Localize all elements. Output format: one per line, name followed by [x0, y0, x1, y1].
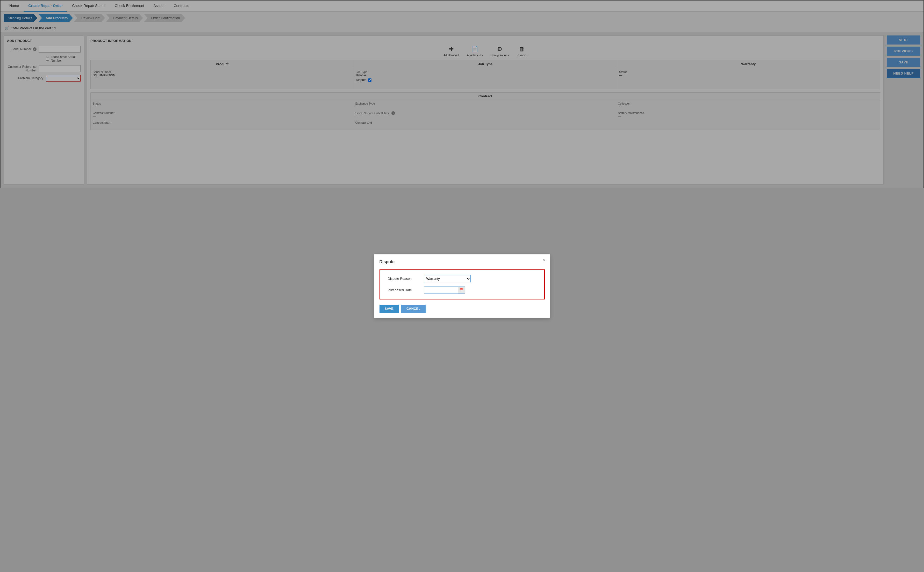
- modal-overlay: Dispute × Dispute Reason Warranty Other …: [0, 0, 924, 188]
